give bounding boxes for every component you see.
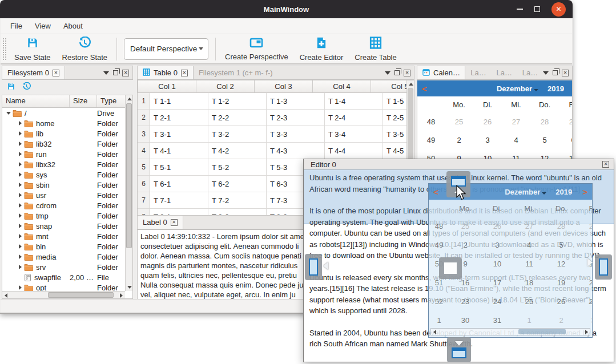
restore-state-button[interactable]: Restore State <box>57 35 114 63</box>
expander-closed-icon[interactable] <box>16 203 24 208</box>
table-row[interactable]: homeFolder <box>2 118 126 128</box>
table-cell[interactable]: T 3-3 <box>267 126 325 143</box>
table-cell[interactable]: T 3-1 <box>150 126 208 143</box>
table-row[interactable]: cdromFolder <box>2 200 126 211</box>
tab-label-0[interactable]: Label 0 ✕ <box>138 216 183 229</box>
title-bar[interactable]: MainWindow ✕ <box>0 0 573 18</box>
expander-closed-icon[interactable] <box>16 224 24 228</box>
expander-closed-icon[interactable] <box>16 234 24 238</box>
tab-close-icon[interactable]: ✕ <box>181 70 188 76</box>
dock-menu-icon[interactable] <box>103 71 109 75</box>
drop-indicator-bottom[interactable] <box>447 337 471 362</box>
column-header[interactable]: Col 3 <box>255 80 313 93</box>
calendar-month[interactable]: Dezember <box>497 84 532 93</box>
create-table-button[interactable]: Create Table <box>349 35 402 63</box>
menu-file[interactable]: File <box>4 19 29 33</box>
column-header[interactable]: Col 2 <box>196 80 255 93</box>
table-cell[interactable]: T 1-3 <box>267 93 325 110</box>
table-row[interactable]: libx32Folder <box>2 159 126 169</box>
drop-indicator-center[interactable] <box>439 257 462 279</box>
close-icon[interactable]: ✕ <box>551 2 566 17</box>
table-row[interactable]: srvFolder <box>2 262 126 272</box>
prev-month-icon[interactable]: < <box>422 84 427 94</box>
table-row[interactable]: sbinFolder <box>2 180 126 190</box>
calendar-day[interactable]: 25 <box>445 118 473 126</box>
column-header[interactable]: Col 5 <box>371 80 407 93</box>
calendar-year[interactable]: 2019 <box>547 84 564 93</box>
expander-closed-icon[interactable] <box>16 172 24 177</box>
calendar-day[interactable]: 5 <box>530 136 559 144</box>
create-perspective-button[interactable]: Create Perspective <box>219 35 294 63</box>
calendar-day[interactable]: 26 <box>473 118 502 126</box>
expander-open-icon[interactable] <box>5 112 13 115</box>
perspective-select[interactable]: Default Perspective <box>124 38 208 60</box>
expander-closed-icon[interactable] <box>16 244 24 249</box>
tab-calendar[interactable]: Calen… <box>417 66 465 79</box>
expander-closed-icon[interactable] <box>16 162 24 167</box>
table-cell[interactable]: T 2-4 <box>325 110 383 126</box>
calendar-day[interactable]: 4 <box>502 136 530 144</box>
tab-label-2[interactable]: La… <box>492 66 517 79</box>
table-cell[interactable]: T 4-5 <box>383 143 407 159</box>
table-cell[interactable]: T 6-2 <box>208 176 267 192</box>
maximize-icon[interactable] <box>534 6 540 12</box>
expander-closed-icon[interactable] <box>16 285 24 290</box>
column-header[interactable]: Col 1 <box>138 80 196 93</box>
expander-closed-icon[interactable] <box>16 213 24 218</box>
row-number[interactable]: 4 <box>138 143 150 159</box>
row-number[interactable]: 1 <box>138 93 150 110</box>
table-cell[interactable]: T 4-1 <box>150 143 208 159</box>
table-cell[interactable]: T 2-2 <box>208 110 267 126</box>
editor-title-bar[interactable]: Editor 0 ✕ <box>304 159 614 170</box>
table-cell[interactable]: T 4-4 <box>325 143 383 159</box>
minimize-icon[interactable] <box>517 9 523 10</box>
column-header-name[interactable]: Name <box>2 95 70 107</box>
tab-label-1[interactable]: La… <box>465 66 491 79</box>
expander-closed-icon[interactable] <box>16 131 24 136</box>
column-header[interactable]: Col 4 <box>313 80 371 93</box>
table-row[interactable]: swapfile2,00 …File <box>2 272 126 282</box>
row-number[interactable]: 7 <box>138 192 150 209</box>
table-cell[interactable]: T 1-4 <box>325 93 383 110</box>
expander-closed-icon[interactable] <box>16 152 24 156</box>
dock-float-icon[interactable] <box>394 70 400 75</box>
floppy-icon[interactable] <box>7 82 15 93</box>
tab-label-3[interactable]: La… <box>517 66 543 79</box>
row-number[interactable]: 6 <box>138 176 150 192</box>
tab-table-0[interactable]: Table 0 ✕ <box>138 66 194 79</box>
table-row[interactable]: /Drive <box>2 108 126 118</box>
calendar-day[interactable]: 29 <box>559 118 573 126</box>
table-cell[interactable]: T 5-2 <box>208 159 267 176</box>
tree-horizontal-scrollbar[interactable] <box>2 291 125 298</box>
editor-close-icon[interactable]: ✕ <box>602 161 609 168</box>
table-cell[interactable]: T 5-1 <box>150 159 208 176</box>
expander-closed-icon[interactable] <box>16 141 24 146</box>
row-number[interactable]: 3 <box>138 126 150 143</box>
table-cell[interactable]: T 2-5 <box>383 110 407 126</box>
table-cell[interactable]: T 3-2 <box>208 126 267 143</box>
save-state-button[interactable]: Save State <box>9 35 57 63</box>
table-row[interactable]: mediaFolder <box>2 252 126 262</box>
expander-closed-icon[interactable] <box>16 183 24 187</box>
tab-filesystem-0[interactable]: Filesystem 0 ✕ <box>2 66 65 79</box>
table-row[interactable]: mntFolder <box>2 231 126 241</box>
table-row[interactable]: tmpFolder <box>2 211 126 221</box>
table-cell[interactable]: T 6-1 <box>150 176 208 192</box>
dock-close-icon[interactable]: ✕ <box>404 70 410 76</box>
row-number[interactable]: 5 <box>138 159 150 176</box>
dock-close-icon[interactable]: ✕ <box>562 70 569 76</box>
table-cell[interactable]: T 1-1 <box>150 93 208 110</box>
table-row[interactable]: sysFolder <box>2 169 126 180</box>
calendar-day[interactable]: 6 <box>559 136 573 144</box>
dock-float-icon[interactable] <box>553 70 558 75</box>
tab-filesystem-1[interactable]: Filesystem 1 (c+ m- f-) <box>194 66 278 79</box>
drop-indicator-right[interactable] <box>595 254 612 280</box>
dock-close-icon[interactable]: ✕ <box>122 70 129 76</box>
calendar-day[interactable]: 28 <box>530 118 559 126</box>
history-icon[interactable] <box>22 82 31 93</box>
table-row[interactable]: usrFolder <box>2 190 126 200</box>
tab-close-icon[interactable]: ✕ <box>171 219 178 226</box>
menu-view[interactable]: View <box>29 19 57 33</box>
expander-closed-icon[interactable] <box>16 265 24 269</box>
toolbar-drag-handle[interactable] <box>2 38 6 60</box>
